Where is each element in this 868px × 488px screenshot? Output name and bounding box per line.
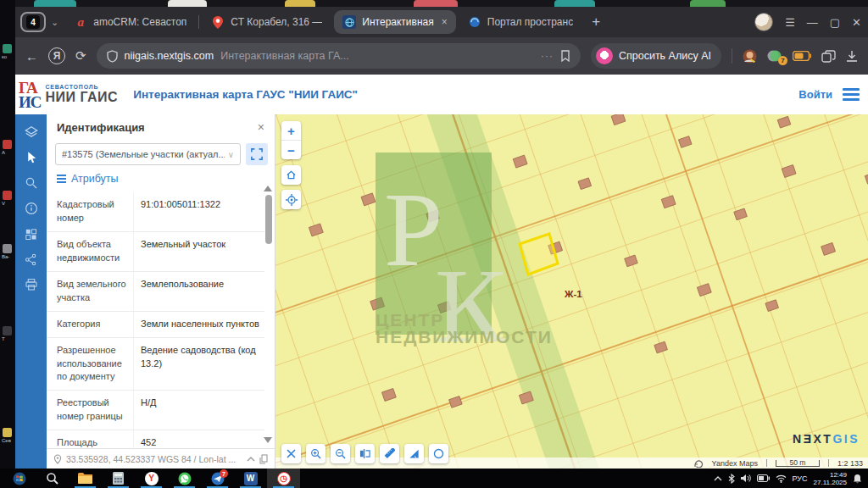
zoom-in-tool-button[interactable] <box>306 444 326 463</box>
clock[interactable]: 12:49 27.11.2025 <box>814 471 847 486</box>
taskbar-search-button[interactable] <box>36 469 69 488</box>
tray-date: 27.11.2025 <box>814 479 847 486</box>
attr-label: Разрешенное использование по документу <box>47 338 133 391</box>
tray-expand-icon[interactable] <box>714 475 722 481</box>
chevron-up-icon[interactable] <box>247 456 255 462</box>
window-close-button[interactable]: ✕ <box>852 16 861 29</box>
bookmark-icon[interactable] <box>560 50 570 62</box>
wifi-icon[interactable] <box>776 474 787 483</box>
watermark-text-line2: НЕДВИЖИМОСТИ <box>376 327 553 347</box>
browser-menu-icon[interactable]: ☰ <box>785 16 795 29</box>
start-button[interactable] <box>3 469 36 488</box>
zoom-out-button[interactable]: − <box>281 141 301 159</box>
table-row: Разрешенное использование по документуВе… <box>47 338 264 391</box>
share-tool-button[interactable] <box>15 247 47 272</box>
desktop-shortcut-icon[interactable] <box>3 244 12 253</box>
scrollbar-thumb[interactable] <box>265 195 272 244</box>
map-attribution[interactable]: Yandex Maps <box>712 459 758 468</box>
nextgis-logo[interactable]: NƎXTGIS <box>793 432 860 446</box>
desktop-shortcut-icon[interactable] <box>3 140 12 149</box>
scrollbar-down-arrow[interactable] <box>264 437 272 443</box>
desktop-shortcut-icon[interactable] <box>3 326 12 336</box>
back-button[interactable]: ← <box>25 49 38 64</box>
word-button[interactable]: W <box>234 469 267 488</box>
browser-window: 4 ⌄ a amoCRM: Севастоп СТ Корабел, 316 — <box>15 7 868 469</box>
niigais-logo[interactable]: ГА ИС <box>19 80 42 109</box>
home-extent-button[interactable] <box>281 165 301 185</box>
yandex-app-button[interactable]: ◷ <box>267 469 300 488</box>
url-field[interactable]: niigais.nextgis.com Интерактивная карта … <box>97 43 581 69</box>
file-explorer-button[interactable] <box>69 469 102 488</box>
url-more-icon[interactable]: ··· <box>541 50 554 62</box>
print-tool-button[interactable] <box>15 272 47 297</box>
yandex-browser-button[interactable]: Y <box>135 469 168 488</box>
panel-close-icon[interactable]: × <box>258 120 264 134</box>
attr-value: Земли населенных пунктов <box>133 312 264 337</box>
tab-amocrm[interactable]: a amoCRM: Севастоп <box>65 10 195 34</box>
rotate-reset-icon[interactable] <box>694 459 704 468</box>
nextgis-logo-blue: GIS <box>832 432 860 446</box>
list-icon <box>57 175 66 183</box>
attr-value: 91:01:005011:1322 <box>133 192 264 231</box>
collections-icon[interactable] <box>821 50 836 63</box>
calculator-button[interactable] <box>102 469 135 488</box>
search-tool-button[interactable] <box>15 170 47 196</box>
tab-portal[interactable]: Портал пространс <box>459 10 581 34</box>
attr-value: Н/Д <box>133 391 264 430</box>
alice-button[interactable]: Спросить Алису AI <box>591 43 721 69</box>
extension-circles-icon[interactable]: 7 <box>767 49 782 63</box>
notifications-bell-icon[interactable] <box>853 474 862 484</box>
copy-icon[interactable] <box>259 454 268 464</box>
downloads-icon[interactable] <box>846 50 858 63</box>
whatsapp-button[interactable] <box>168 469 201 488</box>
taskbar: Y 7 W ◷ РУС 12:49 27.11.2025 <box>0 469 868 488</box>
desktop-shortcut-label: Ва- <box>2 253 14 260</box>
tab-counter[interactable]: 4 ⌄ <box>20 12 62 32</box>
window-minimize-button[interactable]: — <box>807 16 818 29</box>
battery-icon[interactable] <box>757 474 770 482</box>
site-menu-icon[interactable] <box>843 88 860 101</box>
desktop-shortcut-icon[interactable] <box>3 44 12 53</box>
zoom-out-tool-button[interactable] <box>331 444 350 463</box>
zoom-to-feature-button[interactable] <box>246 143 268 165</box>
swipe-compare-tool-button[interactable] <box>355 444 375 463</box>
yandex-app-icon: ◷ <box>277 472 291 485</box>
identification-panel: Идентификация × #13575 (Земельные участк… <box>47 114 275 469</box>
identify-tool-button[interactable] <box>15 145 47 170</box>
tab-yandex-maps[interactable]: СТ Корабел, 316 — <box>203 10 331 34</box>
desktop-shortcut-icon[interactable] <box>3 191 12 200</box>
window-maximize-button[interactable]: ▢ <box>830 16 840 29</box>
bluetooth-icon[interactable] <box>728 474 735 484</box>
battery-extension-icon[interactable] <box>793 51 811 61</box>
extension-avatar-icon[interactable] <box>743 49 757 64</box>
attr-label: Кадастровый номер <box>47 192 133 231</box>
info-tool-button[interactable] <box>15 196 47 221</box>
map-canvas[interactable]: Р К ЦЕНТР НЕДВИЖИМОСТИ Ж-1 <box>275 114 868 469</box>
login-button[interactable]: Войти <box>798 88 832 101</box>
zoom-in-button[interactable]: + <box>281 121 301 140</box>
tab-interactive-map[interactable]: Интерактивная × <box>334 10 455 34</box>
layers-tool-button[interactable] <box>15 119 47 145</box>
tab-label: Портал пространс <box>487 16 573 28</box>
draw-circle-tool-button[interactable] <box>429 444 448 463</box>
refresh-button[interactable]: ⟳ <box>75 48 86 64</box>
tab-close-icon[interactable]: × <box>442 16 448 28</box>
attributes-section-header[interactable]: Атрибуты <box>47 169 275 189</box>
profile-avatar[interactable] <box>754 13 773 31</box>
apps-tool-button[interactable] <box>15 221 47 247</box>
cancel-tool-button[interactable] <box>281 444 301 463</box>
geolocate-button[interactable] <box>281 190 301 209</box>
volume-icon[interactable] <box>741 474 751 483</box>
scrollbar-up-arrow[interactable] <box>264 186 272 191</box>
mail-app-button[interactable]: 7 <box>201 469 234 488</box>
desktop-shortcut-icon[interactable] <box>3 428 12 437</box>
table-row: Вид объекта недвижимостиЗемельный участо… <box>47 232 264 272</box>
language-indicator[interactable]: РУС <box>793 474 808 483</box>
new-tab-button[interactable]: + <box>585 14 607 30</box>
measure-distance-tool-button[interactable] <box>380 444 399 463</box>
measure-area-tool-button[interactable] <box>404 444 424 463</box>
tab-counter-chevron-icon[interactable]: ⌄ <box>47 17 62 28</box>
yandex-home-button[interactable]: Я <box>48 47 65 64</box>
address-bar: ← Я ⟳ niigais.nextgis.com Интерактивная … <box>15 37 868 75</box>
feature-select[interactable]: #13575 (Земельные участки (актуал... ∨ <box>55 143 241 165</box>
